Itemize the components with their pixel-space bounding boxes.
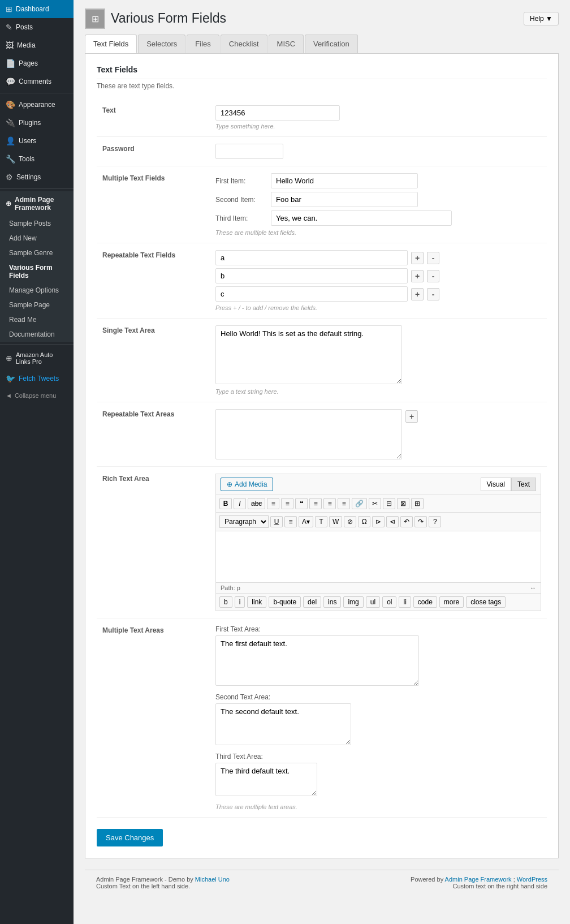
multi-input-3[interactable] bbox=[271, 210, 452, 226]
sidebar-divider-3 bbox=[0, 344, 74, 345]
repeatable-input-2[interactable] bbox=[215, 268, 408, 283]
tb-unlink[interactable]: ✂ bbox=[369, 498, 381, 509]
tb-justify[interactable]: ≡ bbox=[284, 516, 297, 527]
qtag-li[interactable]: li bbox=[399, 596, 411, 608]
repeatable-minus-3[interactable]: - bbox=[427, 288, 439, 300]
tb-link[interactable]: 🔗 bbox=[352, 498, 367, 509]
sidebar-group-header[interactable]: ⊕ Admin Page Framework bbox=[0, 191, 74, 216]
sidebar-item-dashboard[interactable]: ⊞ Dashboard bbox=[0, 0, 74, 18]
repeatable-minus-1[interactable]: - bbox=[427, 252, 439, 264]
qtag-code[interactable]: code bbox=[413, 596, 437, 608]
tb-redo[interactable]: ↷ bbox=[414, 516, 427, 527]
tb-special-chars[interactable]: Ω bbox=[358, 516, 370, 527]
tb-outdent[interactable]: ⊲ bbox=[386, 516, 399, 527]
tab-checklist[interactable]: Checklist bbox=[221, 35, 267, 53]
sidebar-item-pages[interactable]: 📄 Pages bbox=[0, 54, 74, 72]
sidebar-item-fetch-tweets[interactable]: 🐦 Fetch Tweets bbox=[0, 369, 74, 388]
tb-align-right[interactable]: ≡ bbox=[338, 498, 350, 509]
single-textarea-input[interactable]: Hello World! This is set as the default … bbox=[215, 325, 402, 384]
repeatable-plus-1[interactable]: + bbox=[411, 252, 424, 264]
qtag-close-tags[interactable]: close tags bbox=[466, 596, 506, 608]
tab-text-fields[interactable]: Text Fields bbox=[85, 35, 137, 53]
tab-verification[interactable]: Verification bbox=[305, 35, 358, 53]
tb-align-left[interactable]: ≡ bbox=[309, 498, 322, 509]
sidebar-sub-read-me[interactable]: Read Me bbox=[0, 312, 74, 327]
sidebar-sub-manage-options[interactable]: Manage Options bbox=[0, 283, 74, 298]
tb-ol[interactable]: ≡ bbox=[281, 498, 293, 509]
qtag-ul[interactable]: ul bbox=[366, 596, 380, 608]
tab-misc[interactable]: MISC bbox=[269, 35, 304, 53]
footer-wp-link[interactable]: WordPress bbox=[517, 876, 547, 883]
qtag-ins[interactable]: ins bbox=[323, 596, 341, 608]
sidebar-item-posts[interactable]: ✎ Posts bbox=[0, 18, 74, 36]
visual-mode-button[interactable]: Visual bbox=[481, 478, 511, 491]
tb-indent[interactable]: ⊳ bbox=[372, 516, 385, 527]
repeatable-area-plus[interactable]: + bbox=[405, 410, 418, 423]
sidebar-item-plugins[interactable]: 🔌 Plugins bbox=[0, 114, 74, 132]
repeatable-input-3[interactable] bbox=[215, 286, 408, 302]
sidebar-sub-sample-posts[interactable]: Sample Posts bbox=[0, 216, 74, 231]
tb-color[interactable]: A▾ bbox=[299, 516, 313, 527]
qtag-bquote[interactable]: b-quote bbox=[269, 596, 301, 608]
repeatable-plus-3[interactable]: + bbox=[411, 288, 424, 300]
sidebar-sub-various-form-fields[interactable]: Various Form Fields bbox=[0, 260, 74, 283]
qtag-more[interactable]: more bbox=[439, 596, 464, 608]
qtag-ol[interactable]: ol bbox=[382, 596, 396, 608]
tb-align-center[interactable]: ≡ bbox=[323, 498, 336, 509]
sidebar-sub-sample-page[interactable]: Sample Page bbox=[0, 298, 74, 312]
tb-italic[interactable]: I bbox=[234, 498, 246, 509]
sidebar-item-appearance[interactable]: 🎨 Appearance bbox=[0, 96, 74, 114]
tb-toggle-toolbar[interactable]: ⊠ bbox=[397, 498, 409, 509]
tb-help[interactable]: ? bbox=[429, 516, 441, 527]
tb-blockquote[interactable]: ❝ bbox=[295, 498, 308, 509]
sidebar-item-settings[interactable]: ⚙ Settings bbox=[0, 168, 74, 186]
sidebar-item-media[interactable]: 🖼 Media bbox=[0, 36, 74, 54]
qtag-img[interactable]: img bbox=[343, 596, 363, 608]
footer-apf-link[interactable]: Admin Page Framework bbox=[445, 876, 512, 883]
section-title: Text Fields bbox=[97, 65, 547, 79]
password-input[interactable] bbox=[215, 144, 283, 159]
multi-area-input-1[interactable]: The first default text. bbox=[215, 635, 419, 686]
rte-format-select[interactable]: Paragraph bbox=[219, 515, 269, 528]
sidebar-item-amazon[interactable]: ⊕ Amazon Auto Links Pro bbox=[0, 347, 74, 369]
repeatable-area-input-1[interactable] bbox=[215, 409, 402, 459]
repeatable-input-1[interactable] bbox=[215, 250, 408, 265]
tb-undo[interactable]: ↶ bbox=[400, 516, 413, 527]
rte-resize-handle[interactable]: ↔ bbox=[530, 585, 536, 591]
help-button[interactable]: Help ▼ bbox=[524, 12, 559, 25]
multi-input-1[interactable] bbox=[271, 173, 418, 188]
tb-insert-read-more[interactable]: ⊟ bbox=[383, 498, 395, 509]
multi-area-input-3[interactable]: The third default text. bbox=[215, 763, 317, 796]
tb-remove-format[interactable]: ⊘ bbox=[344, 516, 356, 527]
qtag-del[interactable]: del bbox=[303, 596, 321, 608]
rte-body[interactable] bbox=[216, 531, 541, 582]
sidebar-sub-sample-genre[interactable]: Sample Genre bbox=[0, 246, 74, 260]
qtag-i[interactable]: i bbox=[235, 596, 245, 608]
tb-strikethrough[interactable]: abc bbox=[248, 498, 265, 509]
repeatable-plus-2[interactable]: + bbox=[411, 270, 424, 282]
text-mode-button[interactable]: Text bbox=[511, 478, 536, 491]
tb-paste-text[interactable]: T bbox=[315, 516, 327, 527]
sidebar-item-comments[interactable]: 💬 Comments bbox=[0, 72, 74, 91]
sidebar-sub-documentation[interactable]: Documentation bbox=[0, 327, 74, 342]
qtag-b[interactable]: b bbox=[219, 596, 232, 608]
add-media-button[interactable]: ⊕ Add Media bbox=[221, 478, 273, 491]
collapse-menu[interactable]: ◄ Collapse menu bbox=[0, 388, 74, 403]
tb-fullscreen[interactable]: ⊞ bbox=[411, 498, 424, 509]
tb-paste-word[interactable]: W bbox=[329, 516, 342, 527]
qtag-link[interactable]: link bbox=[247, 596, 266, 608]
sidebar-item-users[interactable]: 👤 Users bbox=[0, 132, 74, 150]
save-changes-button[interactable]: Save Changes bbox=[97, 829, 163, 846]
tb-bold[interactable]: B bbox=[219, 498, 232, 509]
multi-input-2[interactable] bbox=[271, 192, 418, 207]
text-input[interactable] bbox=[215, 105, 340, 121]
tb-underline[interactable]: U bbox=[270, 516, 283, 527]
tab-selectors[interactable]: Selectors bbox=[138, 35, 185, 53]
repeatable-minus-2[interactable]: - bbox=[427, 270, 439, 282]
sidebar-sub-add-new[interactable]: Add New bbox=[0, 231, 74, 246]
tb-ul[interactable]: ≡ bbox=[267, 498, 279, 509]
tab-files[interactable]: Files bbox=[187, 35, 219, 53]
sidebar-item-tools[interactable]: 🔧 Tools bbox=[0, 150, 74, 168]
footer-author-link[interactable]: Michael Uno bbox=[195, 876, 230, 883]
multi-area-input-2[interactable]: The second default text. bbox=[215, 703, 351, 745]
